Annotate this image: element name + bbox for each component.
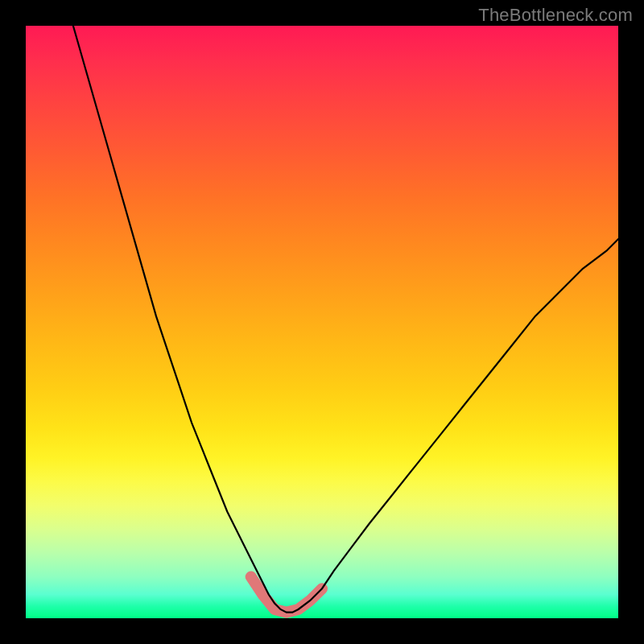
bottleneck-curve — [73, 26, 618, 613]
curve-layer — [26, 26, 618, 618]
watermark-text: TheBottleneck.com — [478, 5, 633, 26]
chart-frame: TheBottleneck.com — [0, 0, 644, 644]
plot-area — [26, 26, 618, 618]
